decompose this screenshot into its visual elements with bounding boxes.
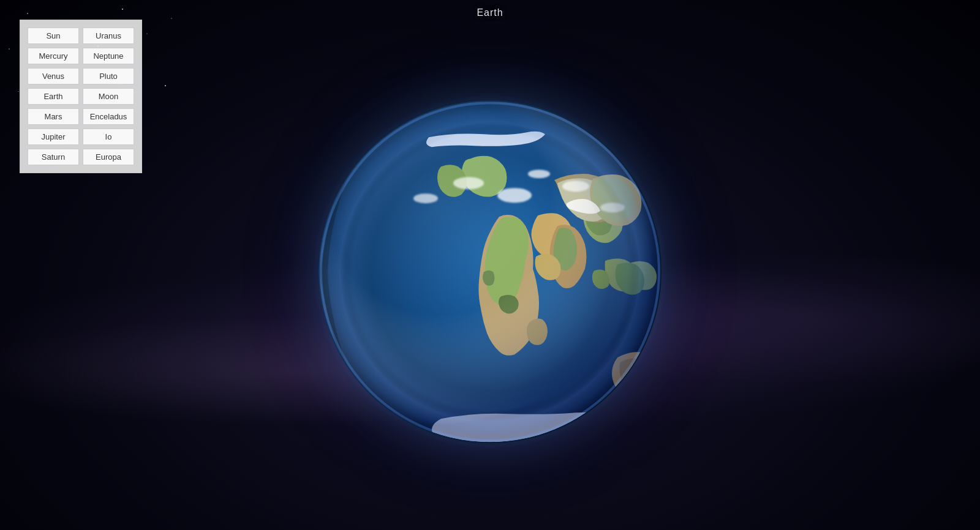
planet-btn-venus[interactable]: Venus xyxy=(28,68,79,84)
svg-point-45 xyxy=(165,85,166,86)
svg-point-42 xyxy=(18,91,19,92)
earth-label: Earth xyxy=(477,7,503,18)
earth-globe[interactable] xyxy=(318,100,662,443)
planet-btn-earth[interactable]: Earth xyxy=(28,88,79,105)
earth-globe-container xyxy=(318,100,662,443)
planet-btn-saturn[interactable]: Saturn xyxy=(28,149,79,165)
svg-point-0 xyxy=(27,13,28,14)
svg-point-3 xyxy=(171,18,172,18)
planet-btn-europa[interactable]: Europa xyxy=(83,149,134,165)
planet-btn-mars[interactable]: Mars xyxy=(28,108,79,125)
svg-point-2 xyxy=(122,9,123,10)
planet-btn-jupiter[interactable]: Jupiter xyxy=(28,129,79,145)
svg-point-140 xyxy=(320,102,660,442)
svg-point-24 xyxy=(146,33,147,34)
planet-btn-neptune[interactable]: Neptune xyxy=(83,48,134,64)
planet-btn-io[interactable]: Io xyxy=(83,129,134,145)
earth-continents-svg xyxy=(318,100,662,443)
planet-panel: Sun Uranus Mercury Neptune Venus Pluto E… xyxy=(20,20,142,173)
planet-btn-sun[interactable]: Sun xyxy=(28,28,79,44)
planet-btn-moon[interactable]: Moon xyxy=(83,88,134,105)
planet-btn-pluto[interactable]: Pluto xyxy=(83,68,134,84)
planet-btn-uranus[interactable]: Uranus xyxy=(83,28,134,44)
svg-point-21 xyxy=(9,48,9,49)
planet-btn-mercury[interactable]: Mercury xyxy=(28,48,79,64)
planet-btn-enceladus[interactable]: Enceladus xyxy=(83,108,134,125)
